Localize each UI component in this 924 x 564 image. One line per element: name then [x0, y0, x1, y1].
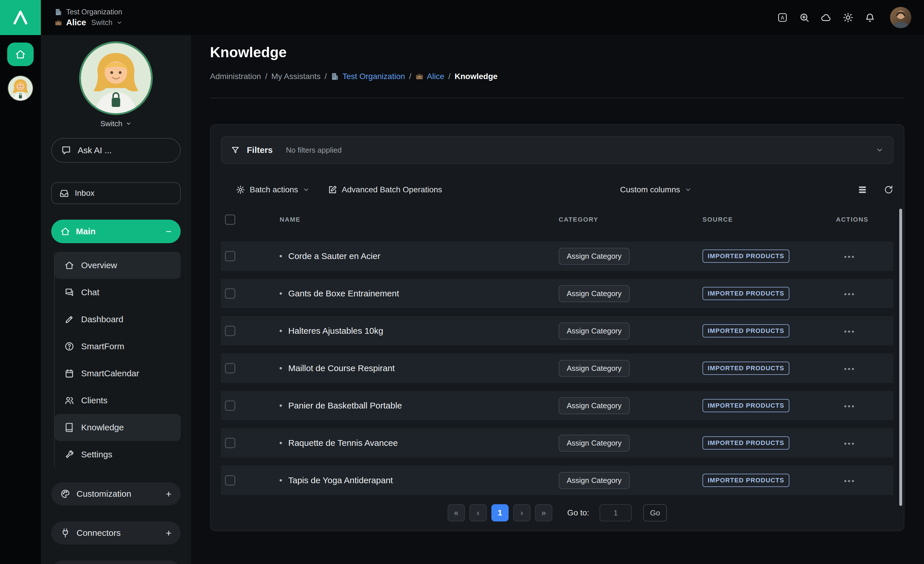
row-name: Tapis de Yoga Antiderapant: [288, 476, 393, 485]
assign-category-button[interactable]: Assign Category: [559, 472, 630, 489]
crumb-org[interactable]: Test Organization: [331, 72, 405, 81]
briefcase-icon: [55, 19, 62, 27]
sidebar-item-settings[interactable]: Settings: [55, 441, 181, 468]
sidebar-item-knowledge[interactable]: Knowledge: [55, 414, 181, 441]
home-icon: [64, 260, 74, 270]
table-view-controls: [857, 184, 894, 195]
breadcrumb-separator: /: [409, 72, 411, 81]
assign-category-button[interactable]: Assign Category: [559, 323, 630, 340]
collapse-minus-icon[interactable]: −: [166, 226, 171, 237]
row-checkbox[interactable]: [225, 475, 236, 486]
rail-home-button[interactable]: [7, 43, 34, 66]
table-scrollbar[interactable]: [899, 209, 902, 506]
sidebar-item-label: Overview: [81, 260, 117, 270]
filters-bar[interactable]: Filters No filters applied: [221, 136, 894, 164]
go-button[interactable]: Go: [643, 504, 667, 521]
sidebar-item-chat[interactable]: Chat: [55, 279, 181, 306]
chat-icon: [64, 287, 74, 297]
translate-icon[interactable]: A: [777, 12, 788, 23]
pagination-page-1-button[interactable]: 1: [491, 504, 508, 521]
table-row: Maillot de Course Respirant Assign Categ…: [221, 354, 894, 383]
chevron-down-icon: [126, 121, 132, 127]
table-row: Corde a Sauter en Acier Assign Category …: [221, 241, 894, 271]
refresh-icon[interactable]: [884, 185, 894, 194]
sidebar-section-connectors[interactable]: Connectors +: [51, 521, 181, 545]
assign-category-button[interactable]: Assign Category: [559, 435, 630, 452]
advanced-batch-operations-button[interactable]: Advanced Batch Operations: [328, 185, 442, 194]
sidebar-item-overview[interactable]: Overview: [55, 252, 181, 279]
sidebar-item-smartcalendar[interactable]: SmartCalendar: [55, 360, 181, 387]
row-actions-button[interactable]: •••: [835, 327, 855, 336]
table-body: Corde a Sauter en Acier Assign Category …: [221, 241, 894, 495]
batch-actions-button[interactable]: Batch actions: [236, 185, 309, 194]
column-header-actions: ACTIONS: [835, 216, 894, 223]
sidebar-item-label: SmartForm: [81, 341, 124, 351]
crumb-administration[interactable]: Administration: [210, 72, 261, 81]
user-avatar[interactable]: [890, 7, 911, 28]
assign-category-button[interactable]: Assign Category: [559, 285, 630, 302]
sidebar-item-smartform[interactable]: SmartForm: [55, 333, 181, 360]
app-window: Test Organization Alice Switch A: [0, 0, 924, 564]
row-checkbox[interactable]: [225, 326, 236, 336]
plug-icon: [60, 528, 70, 538]
expand-plus-icon[interactable]: +: [166, 528, 171, 539]
sidebar-section-customization[interactable]: Customization +: [51, 482, 181, 506]
crumb-my-assistants[interactable]: My Assistants: [271, 72, 321, 81]
column-header-source: SOURCE: [702, 216, 835, 223]
row-actions-button[interactable]: •••: [835, 290, 855, 298]
goto-page-input[interactable]: [600, 504, 632, 521]
row-actions-button[interactable]: •••: [835, 439, 855, 448]
bullet-dot-icon: [280, 255, 282, 257]
row-checkbox[interactable]: [225, 288, 236, 299]
sidebar-item-inbox[interactable]: Inbox: [51, 182, 181, 204]
breadcrumb-separator: /: [324, 72, 327, 81]
theme-sun-icon[interactable]: [843, 12, 853, 23]
ask-ai-input[interactable]: Ask AI ...: [51, 138, 181, 163]
row-checkbox[interactable]: [225, 251, 236, 261]
calendar-icon: [64, 368, 74, 378]
chevron-down-icon[interactable]: [876, 146, 884, 154]
sidebar-item-dashboard[interactable]: Dashboard: [55, 306, 181, 333]
brush-icon: [64, 314, 74, 324]
bullet-dot-icon: [280, 479, 282, 482]
row-checkbox[interactable]: [225, 401, 236, 411]
pagination-prev-button[interactable]: ‹: [470, 504, 487, 521]
row-actions-button[interactable]: •••: [835, 402, 855, 410]
rail-assistant-avatar[interactable]: [8, 75, 33, 101]
crumb-assistant[interactable]: Alice: [416, 72, 444, 81]
pagination-last-button[interactable]: »: [535, 504, 552, 521]
cloud-icon[interactable]: [821, 12, 831, 23]
sidebar-section-main[interactable]: Main −: [51, 220, 181, 243]
sidebar-item-label: Knowledge: [81, 423, 124, 432]
table-row: Gants de Boxe Entrainement Assign Catego…: [221, 279, 894, 308]
assign-category-button[interactable]: Assign Category: [559, 360, 630, 377]
select-all-checkbox[interactable]: [225, 214, 236, 225]
pagination-next-button[interactable]: ›: [513, 504, 531, 521]
sidebar-section-partial[interactable]: [51, 561, 181, 564]
chevron-down-icon[interactable]: [117, 20, 122, 25]
assistant-name: Alice: [66, 18, 86, 27]
row-actions-button[interactable]: •••: [835, 252, 855, 261]
expand-plus-icon[interactable]: +: [166, 488, 171, 500]
app-logo[interactable]: [0, 0, 41, 35]
row-checkbox[interactable]: [225, 363, 236, 373]
main-content: Knowledge Administration / My Assistants…: [191, 35, 924, 564]
pagination: « ‹ 1 › » Go to: Go: [221, 503, 894, 523]
assign-category-button[interactable]: Assign Category: [559, 248, 630, 265]
assistant-avatar: [79, 41, 153, 115]
assistant-switch[interactable]: Switch: [51, 118, 181, 129]
custom-columns-button[interactable]: Custom columns: [620, 185, 692, 194]
row-checkbox[interactable]: [225, 438, 236, 448]
row-actions-button[interactable]: •••: [835, 365, 855, 373]
table-rows-icon[interactable]: [857, 184, 868, 195]
zoom-in-icon[interactable]: [799, 12, 810, 23]
assistant-switch-label[interactable]: Switch: [91, 18, 112, 27]
filters-status: No filters applied: [286, 146, 342, 155]
org-switcher[interactable]: Test Organization Alice Switch: [55, 8, 122, 27]
assign-category-button[interactable]: Assign Category: [559, 397, 630, 414]
question-circle-icon: [64, 341, 74, 351]
row-actions-button[interactable]: •••: [835, 477, 855, 485]
notifications-bell-icon[interactable]: [865, 12, 875, 23]
pagination-first-button[interactable]: «: [448, 504, 465, 521]
sidebar-item-clients[interactable]: Clients: [55, 387, 181, 414]
